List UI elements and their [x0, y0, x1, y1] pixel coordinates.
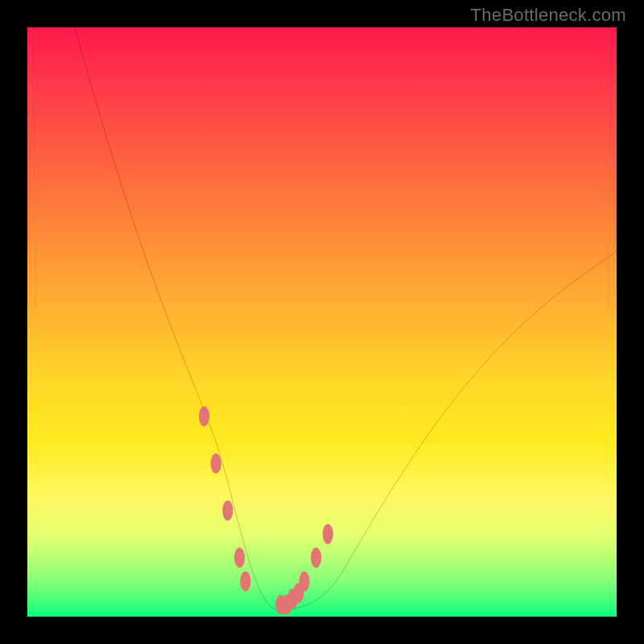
- valley-marker: [311, 547, 321, 568]
- watermark-text: TheBottleneck.com: [471, 5, 626, 26]
- valley-marker: [299, 572, 309, 592]
- valley-marker: [199, 407, 209, 427]
- chart-frame: TheBottleneck.com: [0, 0, 644, 644]
- valley-marker: [234, 547, 245, 568]
- valley-marker: [240, 572, 250, 592]
- valley-marker: [211, 453, 221, 473]
- bottleneck-curve: [27, 27, 617, 617]
- valley-marker: [323, 524, 333, 544]
- plot-area: [27, 27, 617, 617]
- valley-marker: [222, 501, 233, 521]
